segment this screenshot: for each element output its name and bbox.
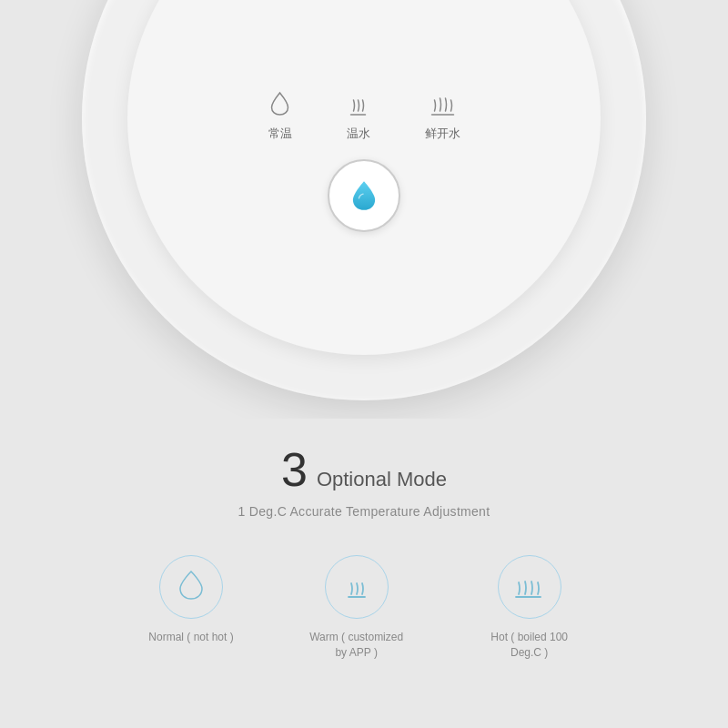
mode-count-line: 3 Optional Mode xyxy=(281,446,447,493)
bottom-mode-warm: Warm ( customized by APP ) xyxy=(307,555,407,661)
water-drop-active-icon xyxy=(351,179,377,212)
bottom-warm-label: Warm ( customized by APP ) xyxy=(307,630,407,661)
mode-normal[interactable]: 常温 xyxy=(268,91,292,142)
info-section: 3 Optional Mode 1 Deg.C Accurate Tempera… xyxy=(0,419,728,728)
steam-hot-icon xyxy=(429,91,456,120)
bottom-hot-label: Hot ( boiled 100 Deg.C ) xyxy=(480,630,580,661)
subtitle: 1 Deg.C Accurate Temperature Adjustment xyxy=(238,504,490,519)
mode-hot[interactable]: 鲜开水 xyxy=(425,91,460,142)
bottom-normal-circle xyxy=(159,555,223,619)
mode-warm-label: 温水 xyxy=(347,126,370,142)
bottom-hot-circle xyxy=(498,555,561,619)
bottom-steam-hot-icon xyxy=(513,571,546,603)
bottom-warm-circle xyxy=(325,555,389,619)
water-drop-icon xyxy=(270,91,290,120)
bottom-normal-label: Normal ( not hot ) xyxy=(148,630,233,645)
steam-icon xyxy=(347,91,370,120)
bottom-mode-normal: Normal ( not hot ) xyxy=(148,555,233,645)
mode-hot-label: 鲜开水 xyxy=(425,126,460,142)
mode-normal-label: 常温 xyxy=(268,126,292,142)
bottom-steam-icon xyxy=(342,571,371,603)
mode-text: Optional Mode xyxy=(317,468,447,491)
mode-warm[interactable]: 温水 xyxy=(347,91,370,142)
bottom-modes: Normal ( not hot ) Warm ( customized by … xyxy=(148,555,579,661)
center-water-button[interactable] xyxy=(328,159,400,232)
bottom-mode-hot: Hot ( boiled 100 Deg.C ) xyxy=(480,555,580,661)
mode-count: 3 xyxy=(281,446,308,493)
device-display: − xyxy=(82,0,646,400)
bottom-water-drop-icon xyxy=(178,570,204,604)
mode-row: 常温 温水 xyxy=(268,91,460,142)
